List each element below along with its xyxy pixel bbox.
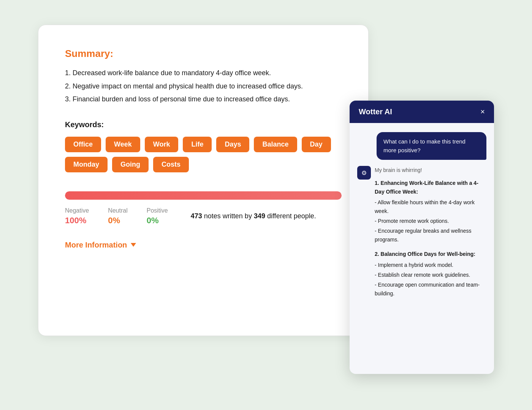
ai-section1-bullet-1: - Allow flexible hours within the 4-day … [375, 198, 486, 215]
ai-body: What can I do to make this trend more po… [350, 123, 494, 374]
keyword-week[interactable]: Week [106, 137, 140, 152]
notes-text: 473 notes written by 349 different peopl… [191, 212, 316, 220]
neutral-value: 0% [108, 216, 120, 226]
ai-section2-bullet-3: - Encourage open communication and team-… [375, 281, 486, 298]
ai-title: Wotter AI [359, 107, 392, 116]
ai-panel: Wotter AI × What can I do to make this t… [350, 101, 494, 374]
summary-item-3: 3. Financial burden and loss of personal… [65, 93, 342, 105]
keyword-going[interactable]: Going [112, 157, 149, 172]
ai-section2-bullet-1: - Implement a hybrid work model. [375, 261, 486, 269]
positive-value: 0% [147, 216, 159, 226]
keyword-office[interactable]: Office [65, 137, 101, 152]
notes-suffix: different people. [265, 212, 316, 220]
ai-section-1: 1. Enhancing Work-Life Balance with a 4-… [375, 179, 486, 244]
keyword-work[interactable]: Work [145, 137, 179, 152]
keyword-costs[interactable]: Costs [153, 157, 189, 172]
chevron-down-icon [131, 243, 136, 247]
ai-section1-bullet-3: - Encourage regular breaks and wellness … [375, 227, 486, 244]
ai-section1-bullet-2: - Promote remote work options. [375, 217, 486, 225]
ai-response-text: My brain is whirring! 1. Enhancing Work-… [375, 166, 486, 304]
keyword-monday[interactable]: Monday [65, 157, 108, 172]
ai-close-button[interactable]: × [480, 107, 485, 116]
negative-value: 100% [65, 216, 86, 226]
ai-response-container: ⚙ My brain is whirring! 1. Enhancing Wor… [357, 166, 486, 304]
keyword-days[interactable]: Days [216, 137, 249, 152]
ai-thinking: My brain is whirring! [375, 166, 486, 174]
ai-user-message: What can I do to make this trend more po… [377, 132, 486, 160]
positive-label: Positive [147, 207, 168, 214]
ai-section2-bullet-2: - Establish clear remote work guidelines… [375, 271, 486, 279]
neutral-stat: Neutral 0% [108, 207, 128, 226]
more-info-button[interactable]: More Information [65, 241, 136, 249]
ai-section1-heading: 1. Enhancing Work-Life Balance with a 4-… [375, 179, 486, 196]
negative-label: Negative [65, 207, 89, 214]
positive-stat: Positive 0% [147, 207, 168, 226]
neutral-label: Neutral [108, 207, 128, 214]
negative-stat: Negative 100% [65, 207, 89, 226]
sentiment-bar [65, 191, 342, 200]
summary-list: 1. Decreased work-life balance due to ma… [65, 67, 342, 105]
more-info-label: More Information [65, 241, 127, 249]
ai-section2-heading: 2. Balancing Office Days for Well-being: [375, 250, 486, 258]
summary-item-2: 2. Negative impact on mental and physica… [65, 80, 342, 92]
ai-avatar-icon: ⚙ [361, 169, 367, 177]
sentiment-stats: Negative 100% Neutral 0% Positive 0% 473… [65, 207, 342, 226]
keywords-container: Office Week Work Life Days Balance Day M… [65, 137, 342, 172]
sentiment-bar-container: Negative 100% Neutral 0% Positive 0% 473… [65, 191, 342, 226]
keywords-title: Keywords: [65, 120, 342, 129]
keyword-balance[interactable]: Balance [254, 137, 297, 152]
scene: Summary: 1. Decreased work-life balance … [38, 25, 494, 385]
main-card: Summary: 1. Decreased work-life balance … [38, 25, 369, 336]
keyword-life[interactable]: Life [183, 137, 212, 152]
ai-avatar: ⚙ [357, 166, 371, 180]
summary-title: Summary: [65, 48, 342, 60]
sentiment-bar-fill [65, 191, 342, 200]
notes-middle: notes written by [202, 212, 254, 220]
ai-section-2: 2. Balancing Office Days for Well-being:… [375, 250, 486, 298]
summary-item-1: 1. Decreased work-life balance due to ma… [65, 67, 342, 79]
notes-count: 473 [191, 212, 202, 220]
keyword-day[interactable]: Day [302, 137, 331, 152]
notes-people: 349 [254, 212, 265, 220]
ai-header: Wotter AI × [350, 101, 494, 123]
